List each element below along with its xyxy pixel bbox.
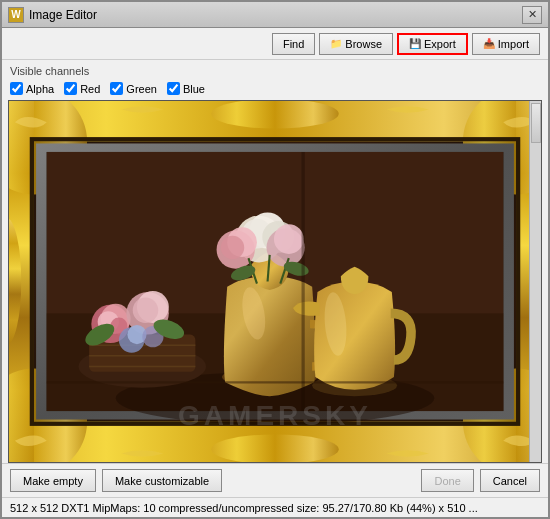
make-empty-button[interactable]: Make empty (10, 469, 96, 492)
channel-blue[interactable]: Blue (167, 82, 205, 95)
channel-alpha[interactable]: Alpha (10, 82, 54, 95)
cancel-button[interactable]: Cancel (480, 469, 540, 492)
channel-red[interactable]: Red (64, 82, 100, 95)
browse-button[interactable]: 📁 Browse (319, 33, 393, 55)
svg-rect-55 (302, 152, 305, 411)
make-customizable-button[interactable]: Make customizable (102, 469, 222, 492)
red-checkbox[interactable] (64, 82, 77, 95)
channels-label: Visible channels (10, 65, 540, 77)
close-button[interactable]: ✕ (522, 6, 542, 24)
svg-point-44 (221, 236, 244, 259)
export-button[interactable]: 💾 Export (397, 33, 468, 55)
title-bar: W Image Editor ✕ (2, 2, 548, 28)
import-button[interactable]: 📥 Import (472, 33, 540, 55)
image-canvas-area: GAMERSKY (8, 100, 542, 463)
import-icon: 📥 (483, 38, 495, 49)
done-button[interactable]: Done (421, 469, 473, 492)
window-title: Image Editor (29, 8, 522, 22)
alpha-checkbox[interactable] (10, 82, 23, 95)
svg-point-46 (274, 224, 304, 254)
app-icon: W (8, 7, 24, 23)
green-checkbox[interactable] (110, 82, 123, 95)
browse-icon: 📁 (330, 38, 342, 49)
find-button[interactable]: Find (272, 33, 315, 55)
toolbar: Find 📁 Browse 💾 Export 📥 Import (2, 28, 548, 60)
export-icon: 💾 (409, 38, 421, 49)
svg-point-30 (133, 297, 158, 322)
channels-bar: Visible channels Alpha Red Green Blue (2, 60, 548, 100)
status-bar: 512 x 512 DXT1 MipMaps: 10 compressed/un… (2, 497, 548, 517)
status-text: 512 x 512 DXT1 MipMaps: 10 compressed/un… (10, 502, 478, 514)
channel-green[interactable]: Green (110, 82, 157, 95)
image-editor-window: W Image Editor ✕ Find 📁 Browse 💾 Export … (0, 0, 550, 519)
scrollbar-thumb[interactable] (531, 103, 541, 143)
bottom-buttons-bar: Make empty Make customizable Done Cancel (2, 463, 548, 497)
watermark: GAMERSKY (9, 400, 541, 432)
blue-checkbox[interactable] (167, 82, 180, 95)
